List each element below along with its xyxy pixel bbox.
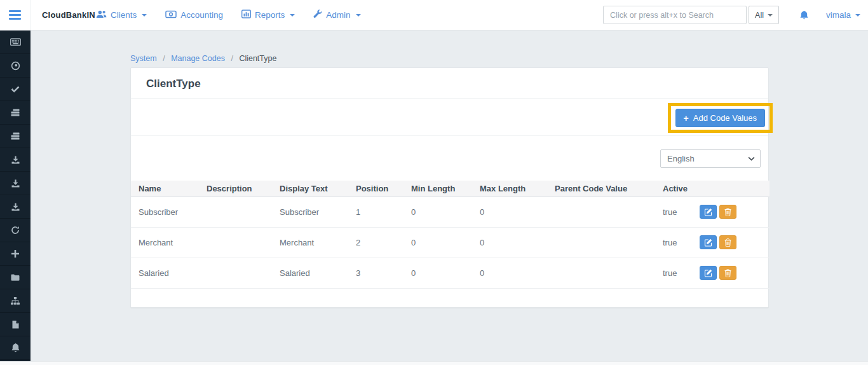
refresh-icon[interactable] [0,219,31,242]
plus-icon: + [684,114,689,123]
scope-label: All [755,11,764,20]
keyboard-icon[interactable] [0,31,31,54]
caret-down-icon [768,14,773,17]
server-icon[interactable] [0,101,31,125]
breadcrumb-current: ClientType [239,54,276,63]
cell-position: 2 [348,228,403,258]
cell-max-length: 0 [472,197,547,228]
active-value: true [663,238,700,247]
search-input[interactable] [603,6,747,24]
breadcrumb-separator: / [231,54,233,63]
file-icon[interactable] [0,313,31,336]
plus-icon[interactable] [0,242,31,266]
cell-active: true [655,197,770,228]
folder-icon[interactable] [0,266,31,289]
nav-item-accounting[interactable]: Accounting [165,10,223,20]
caret-down-icon [356,14,361,17]
edit-button[interactable] [700,266,717,280]
cell-max-length: 0 [472,258,547,289]
cell-max-length: 0 [472,228,547,258]
code-table-body: Subscriber Subscriber 1 0 0 true Merchan… [131,197,770,289]
col-description: Description [199,181,272,197]
cell-name: Merchant [131,228,199,258]
active-value: true [663,268,700,278]
sitemap-icon[interactable] [0,289,31,313]
attention-highlight-box: + Add Code Values [668,103,773,133]
col-active: Active [655,181,770,197]
cell-description [199,228,272,258]
edit-button[interactable] [700,235,717,249]
cell-display-text: Salaried [272,258,348,289]
search-scope-dropdown[interactable]: All [749,6,779,24]
cell-min-length: 0 [403,197,472,228]
clienttype-card: ClientType + Add Code Values English [130,67,769,308]
download-icon[interactable] [0,195,31,219]
caret-down-icon [142,14,147,17]
cell-parent-code-value [547,228,655,258]
table-row: Salaried Salaried 3 0 0 true [131,258,770,289]
notifications-bell-icon[interactable] [799,10,809,20]
users-icon [96,10,107,20]
caret-down-icon [290,14,295,17]
download-icon[interactable] [0,148,31,172]
nav-item-admin[interactable]: Admin [313,10,360,20]
add-code-values-button[interactable]: + Add Code Values [675,109,765,127]
delete-button[interactable] [719,205,736,219]
table-header-row: Name Description Display Text Position M… [131,181,770,197]
col-position: Position [348,181,403,197]
bar-chart-icon [241,10,251,20]
server-icon[interactable] [0,125,31,148]
money-icon [165,10,177,20]
cell-active: true [655,258,770,289]
cell-min-length: 0 [403,228,472,258]
cell-name: Subscriber [131,197,199,228]
user-menu[interactable]: vimala [826,10,860,20]
check-icon[interactable] [0,78,31,101]
breadcrumb-system[interactable]: System [130,54,157,63]
nav-item-clients[interactable]: Clients [96,10,147,20]
brand-logo: CloudBankIN [42,0,95,30]
nav-item-reports[interactable]: Reports [241,10,295,20]
col-name: Name [131,181,199,197]
username: vimala [826,10,851,20]
main-content: System / Manage Codes / ClientType Clien… [31,31,868,361]
caret-down-icon [855,14,860,17]
language-filter-row: English [131,136,768,181]
cell-display-text: Subscriber [272,197,348,228]
add-button-label: Add Code Values [693,113,757,123]
hamburger-menu-icon[interactable] [0,0,31,30]
cell-active: true [655,228,770,258]
nav-label: Reports [255,10,285,20]
main-nav: Clients Accounting Reports Admin [96,0,361,30]
col-display-text: Display Text [272,181,348,197]
language-select[interactable]: English [660,149,761,168]
edit-button[interactable] [700,205,717,219]
bell-icon[interactable] [0,336,31,360]
nav-label: Admin [326,10,350,20]
cell-description [199,258,272,289]
left-sidebar [0,31,31,361]
bottom-edge-strip [0,361,868,365]
navbar-right: All vimala [603,0,860,30]
col-min-length: Min Length [403,181,472,197]
delete-button[interactable] [719,235,736,249]
download-icon[interactable] [0,172,31,195]
card-toolbar: + Add Code Values [131,99,768,136]
cell-position: 3 [348,258,403,289]
cell-min-length: 0 [403,258,472,289]
page-title: ClientType [146,78,753,90]
code-values-table: Name Description Display Text Position M… [131,181,770,289]
active-value: true [663,207,700,217]
cell-parent-code-value [547,258,655,289]
breadcrumb: System / Manage Codes / ClientType [130,31,769,63]
wrench-icon [313,10,322,20]
col-parent-code-value: Parent Code Value [547,181,655,197]
breadcrumb-separator: / [163,54,165,63]
table-row: Subscriber Subscriber 1 0 0 true [131,197,770,228]
top-navbar: CloudBankIN Clients Accounting Reports A… [0,0,868,31]
nav-label: Clients [111,10,137,20]
breadcrumb-manage-codes[interactable]: Manage Codes [171,54,225,63]
dot-circle-icon[interactable] [0,54,31,78]
delete-button[interactable] [719,266,736,280]
cell-name: Salaried [131,258,199,289]
